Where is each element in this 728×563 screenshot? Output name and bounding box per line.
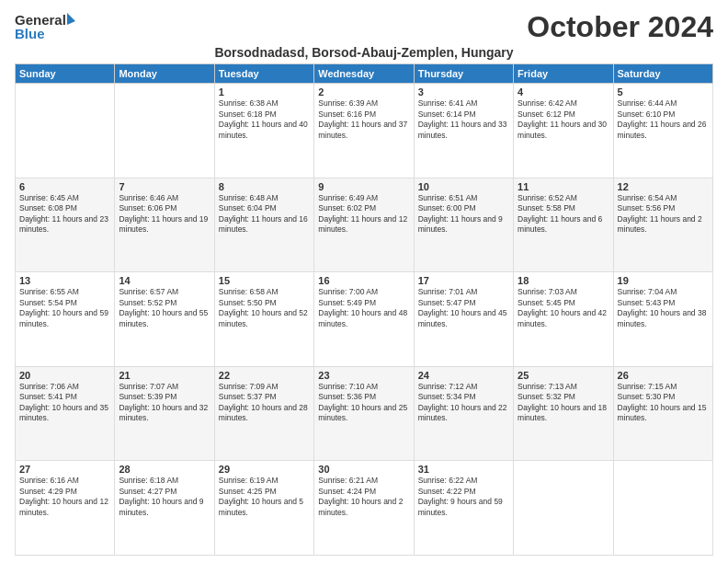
day-detail: Sunrise: 6:52 AMSunset: 5:58 PMDaylight:… [518, 193, 609, 236]
day-number: 19 [618, 275, 709, 286]
day-detail: Sunrise: 6:48 AMSunset: 6:04 PMDaylight:… [219, 193, 310, 236]
calendar-cell [115, 84, 214, 178]
calendar-cell: 6Sunrise: 6:45 AMSunset: 6:08 PMDaylight… [16, 178, 115, 272]
day-detail: Sunrise: 7:03 AMSunset: 5:45 PMDaylight:… [518, 287, 609, 329]
calendar-cell: 18Sunrise: 7:03 AMSunset: 5:45 PMDayligh… [514, 272, 613, 367]
calendar-cell [514, 461, 613, 556]
day-number: 29 [219, 464, 310, 475]
calendar-cell: 12Sunrise: 6:54 AMSunset: 5:56 PMDayligh… [613, 178, 712, 272]
day-detail: Sunrise: 6:16 AMSunset: 4:29 PMDaylight:… [19, 476, 110, 518]
col-monday: Monday [115, 64, 214, 84]
day-number: 13 [19, 275, 110, 286]
day-number: 15 [219, 275, 310, 286]
calendar-cell: 25Sunrise: 7:13 AMSunset: 5:32 PMDayligh… [514, 366, 613, 461]
day-detail: Sunrise: 6:45 AMSunset: 6:08 PMDaylight:… [19, 193, 110, 236]
day-detail: Sunrise: 6:21 AMSunset: 4:24 PMDaylight:… [318, 476, 409, 518]
day-detail: Sunrise: 6:58 AMSunset: 5:50 PMDaylight:… [219, 287, 310, 329]
day-detail: Sunrise: 7:13 AMSunset: 5:32 PMDaylight:… [518, 382, 609, 424]
logo-text: General Blue [15, 11, 75, 40]
calendar-cell: 5Sunrise: 6:44 AMSunset: 6:10 PMDaylight… [613, 84, 712, 178]
location-title: Borsodnadasd, Borsod-Abauj-Zemplen, Hung… [15, 45, 713, 60]
calendar-cell: 3Sunrise: 6:41 AMSunset: 6:14 PMDaylight… [414, 84, 513, 178]
calendar-cell: 21Sunrise: 7:07 AMSunset: 5:39 PMDayligh… [115, 366, 214, 461]
logo-arrow-icon [67, 13, 75, 25]
day-number: 4 [518, 86, 609, 98]
day-number: 14 [119, 275, 210, 286]
day-number: 22 [219, 370, 310, 381]
calendar-cell: 11Sunrise: 6:52 AMSunset: 5:58 PMDayligh… [514, 178, 613, 272]
day-detail: Sunrise: 6:42 AMSunset: 6:12 PMDaylight:… [518, 98, 609, 141]
logo: General Blue [15, 11, 75, 40]
day-number: 27 [19, 464, 110, 475]
day-number: 10 [418, 181, 509, 192]
day-number: 16 [318, 275, 409, 286]
day-detail: Sunrise: 6:19 AMSunset: 4:25 PMDaylight:… [219, 476, 310, 518]
calendar-cell: 31Sunrise: 6:22 AMSunset: 4:22 PMDayligh… [414, 461, 513, 556]
day-number: 17 [418, 275, 509, 286]
calendar-cell: 2Sunrise: 6:39 AMSunset: 6:16 PMDaylight… [314, 84, 414, 178]
calendar-cell: 23Sunrise: 7:10 AMSunset: 5:36 PMDayligh… [314, 366, 414, 461]
day-number: 9 [318, 181, 409, 192]
day-detail: Sunrise: 6:55 AMSunset: 5:54 PMDaylight:… [19, 287, 110, 329]
col-thursday: Thursday [414, 64, 513, 84]
day-detail: Sunrise: 6:39 AMSunset: 6:16 PMDaylight:… [318, 98, 409, 141]
day-detail: Sunrise: 7:09 AMSunset: 5:37 PMDaylight:… [219, 382, 310, 424]
calendar-week-row: 1Sunrise: 6:38 AMSunset: 6:18 PMDaylight… [16, 84, 713, 178]
calendar-week-row: 13Sunrise: 6:55 AMSunset: 5:54 PMDayligh… [16, 272, 713, 367]
day-detail: Sunrise: 7:15 AMSunset: 5:30 PMDaylight:… [618, 382, 709, 424]
day-number: 26 [618, 370, 709, 381]
col-friday: Friday [514, 64, 613, 84]
calendar-cell: 28Sunrise: 6:18 AMSunset: 4:27 PMDayligh… [115, 461, 214, 556]
calendar-cell: 16Sunrise: 7:00 AMSunset: 5:49 PMDayligh… [314, 272, 414, 367]
day-number: 25 [518, 370, 609, 381]
col-saturday: Saturday [613, 64, 712, 84]
calendar-cell: 4Sunrise: 6:42 AMSunset: 6:12 PMDaylight… [514, 84, 613, 178]
calendar-cell: 20Sunrise: 7:06 AMSunset: 5:41 PMDayligh… [16, 366, 115, 461]
calendar-week-row: 20Sunrise: 7:06 AMSunset: 5:41 PMDayligh… [16, 366, 713, 461]
title-section: October 2024 [527, 11, 713, 43]
day-number: 7 [119, 181, 210, 192]
day-number: 28 [119, 464, 210, 475]
day-detail: Sunrise: 6:44 AMSunset: 6:10 PMDaylight:… [618, 98, 709, 141]
day-detail: Sunrise: 7:01 AMSunset: 5:47 PMDaylight:… [418, 287, 509, 329]
day-detail: Sunrise: 7:06 AMSunset: 5:41 PMDaylight:… [19, 382, 110, 424]
calendar-cell: 24Sunrise: 7:12 AMSunset: 5:34 PMDayligh… [414, 366, 513, 461]
day-number: 11 [518, 181, 609, 192]
calendar-header-row: Sunday Monday Tuesday Wednesday Thursday… [16, 64, 713, 84]
day-number: 8 [219, 181, 310, 192]
calendar-cell: 9Sunrise: 6:49 AMSunset: 6:02 PMDaylight… [314, 178, 414, 272]
calendar-week-row: 6Sunrise: 6:45 AMSunset: 6:08 PMDaylight… [16, 178, 713, 272]
day-number: 12 [618, 181, 709, 192]
col-tuesday: Tuesday [214, 64, 313, 84]
day-detail: Sunrise: 6:54 AMSunset: 5:56 PMDaylight:… [618, 193, 709, 236]
day-number: 5 [618, 86, 709, 98]
calendar-cell: 19Sunrise: 7:04 AMSunset: 5:43 PMDayligh… [613, 272, 712, 367]
calendar-week-row: 27Sunrise: 6:16 AMSunset: 4:29 PMDayligh… [16, 461, 713, 556]
day-detail: Sunrise: 7:04 AMSunset: 5:43 PMDaylight:… [618, 287, 709, 329]
day-number: 18 [518, 275, 609, 286]
calendar-cell: 7Sunrise: 6:46 AMSunset: 6:06 PMDaylight… [115, 178, 214, 272]
calendar-cell: 27Sunrise: 6:16 AMSunset: 4:29 PMDayligh… [16, 461, 115, 556]
day-detail: Sunrise: 7:07 AMSunset: 5:39 PMDaylight:… [119, 382, 210, 424]
calendar-cell: 29Sunrise: 6:19 AMSunset: 4:25 PMDayligh… [214, 461, 313, 556]
calendar-cell: 13Sunrise: 6:55 AMSunset: 5:54 PMDayligh… [16, 272, 115, 367]
calendar-cell: 15Sunrise: 6:58 AMSunset: 5:50 PMDayligh… [214, 272, 313, 367]
day-detail: Sunrise: 6:51 AMSunset: 6:00 PMDaylight:… [418, 193, 509, 236]
calendar-cell: 30Sunrise: 6:21 AMSunset: 4:24 PMDayligh… [314, 461, 414, 556]
day-detail: Sunrise: 6:18 AMSunset: 4:27 PMDaylight:… [119, 476, 210, 518]
day-number: 20 [19, 370, 110, 381]
calendar-cell: 26Sunrise: 7:15 AMSunset: 5:30 PMDayligh… [613, 366, 712, 461]
page: General Blue October 2024 Borsodnadasd, … [0, 0, 728, 563]
day-number: 1 [219, 86, 310, 98]
day-number: 21 [119, 370, 210, 381]
day-detail: Sunrise: 6:57 AMSunset: 5:52 PMDaylight:… [119, 287, 210, 329]
day-number: 24 [418, 370, 509, 381]
calendar-cell: 14Sunrise: 6:57 AMSunset: 5:52 PMDayligh… [115, 272, 214, 367]
col-sunday: Sunday [16, 64, 115, 84]
day-number: 2 [318, 86, 409, 98]
day-number: 30 [318, 464, 409, 475]
calendar-cell: 10Sunrise: 6:51 AMSunset: 6:00 PMDayligh… [414, 178, 513, 272]
calendar-cell: 1Sunrise: 6:38 AMSunset: 6:18 PMDaylight… [214, 84, 313, 178]
month-title: October 2024 [527, 11, 713, 43]
calendar-cell [16, 84, 115, 178]
